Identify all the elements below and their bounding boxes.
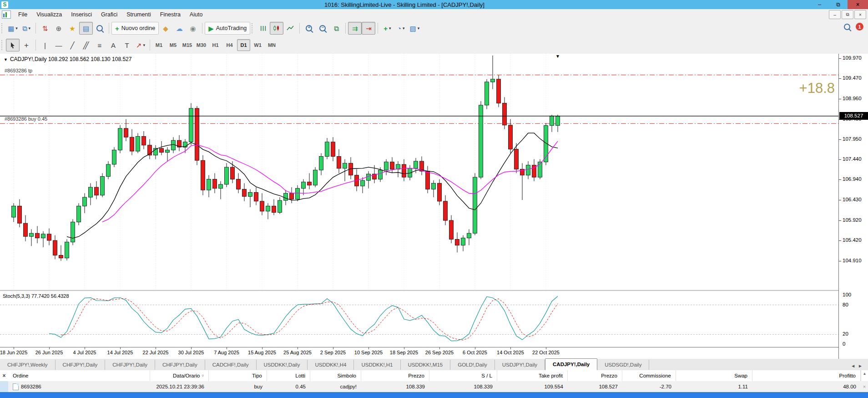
chart-tab[interactable]: USDDKK!,M15 xyxy=(401,360,451,370)
chart-tab[interactable]: USDDKK!,H4 xyxy=(308,360,354,370)
tab-prev-icon[interactable]: ◄ xyxy=(851,363,858,368)
metaeditor-button[interactable]: ◆ xyxy=(159,22,172,35)
chart-shift-marker-icon[interactable]: ▼ xyxy=(555,54,560,59)
menu-item-aiuto[interactable]: Aiuto xyxy=(185,10,207,19)
column-header-lotti[interactable]: Lotti xyxy=(267,370,310,381)
chart-tab[interactable]: USDJPY!,Daily xyxy=(495,360,545,370)
arrows-tool-button[interactable]: ↗▾ xyxy=(134,39,147,51)
tab-next-icon[interactable]: ► xyxy=(858,363,865,368)
signals-button[interactable]: ◉ xyxy=(186,22,200,35)
cursor-tool-button[interactable] xyxy=(6,39,20,51)
channel-tool-button[interactable]: ╱╱ xyxy=(79,39,93,51)
column-header-tipo[interactable]: Tipo xyxy=(209,370,267,381)
menu-item-strumenti[interactable]: Strumenti xyxy=(122,10,156,19)
templates-button[interactable]: ▧▾ xyxy=(408,22,421,35)
column-header-s-l[interactable]: S / L xyxy=(429,370,497,381)
timeframe-button-m15[interactable]: M15 xyxy=(181,39,194,51)
child-close-button[interactable]: × xyxy=(854,10,866,19)
profiles-button[interactable]: ⧉▾ xyxy=(20,22,33,35)
bottom-scroll-strip[interactable] xyxy=(0,392,868,398)
column-header-simbolo[interactable]: Simbolo xyxy=(310,370,361,381)
terminal-button[interactable]: ▤ xyxy=(79,22,93,35)
chart-tab[interactable]: USDDKK!,Daily xyxy=(257,360,308,370)
symbol-collapse-icon[interactable]: ▼ xyxy=(4,57,8,62)
chart-tab[interactable]: CADJPY!,Daily xyxy=(545,358,597,370)
price-axis[interactable]: 109.970109.470108.960108.450107.950107.4… xyxy=(838,54,868,359)
zoom-out-button[interactable]: − xyxy=(316,22,329,35)
tp-order-line-label[interactable]: #8693286 tp xyxy=(5,68,32,73)
timeframe-button-w1[interactable]: W1 xyxy=(251,39,264,51)
chart-tab[interactable]: GOLD!,Daily xyxy=(450,360,495,370)
column-header-commissione[interactable]: Commissione xyxy=(622,370,676,381)
text-label-tool-button[interactable]: T xyxy=(120,39,134,51)
bar-chart-mode-button[interactable]: ☰ xyxy=(256,22,270,35)
chart-tab[interactable]: USDDKK!,H1 xyxy=(354,360,400,370)
child-minimize-button[interactable]: – xyxy=(829,10,841,19)
column-header-data-orario[interactable]: Data/Orario▿ xyxy=(150,370,209,381)
chart-tab[interactable]: CHFJPY!,Daily xyxy=(155,360,205,370)
strategy-tester-button[interactable] xyxy=(93,22,106,35)
time-axis[interactable]: 18 Jun 202526 Jun 20254 Jul 202514 Jul 2… xyxy=(0,347,838,360)
auto-scroll-button[interactable]: ⇉ xyxy=(348,22,362,35)
timeframe-button-h4[interactable]: H4 xyxy=(223,39,236,51)
menu-item-inserisci[interactable]: Inserisci xyxy=(66,10,96,19)
restore-button[interactable]: ⧉ xyxy=(829,0,848,9)
minimize-button[interactable]: – xyxy=(810,0,829,9)
child-restore-button[interactable]: ⧉ xyxy=(842,10,853,19)
menu-item-visualizza[interactable]: Visualizza xyxy=(32,10,66,19)
notification-badge[interactable]: 1 xyxy=(856,23,863,31)
horizontal-line-tool-button[interactable]: — xyxy=(52,39,66,51)
new-chart-button[interactable]: ▦▾ xyxy=(6,22,20,35)
indicators-button[interactable]: +▾ xyxy=(380,22,394,35)
data-window-button[interactable]: ⊕ xyxy=(52,22,66,35)
chart-tab[interactable]: CHFJPY!,Daily xyxy=(105,360,155,370)
chart-tab[interactable]: CHFJPY!,Daily xyxy=(56,360,106,370)
periods-button[interactable]: ◔▾ xyxy=(394,22,408,35)
column-header-profitto[interactable]: Profitto xyxy=(752,370,861,381)
menu-item-file[interactable]: File xyxy=(14,10,32,19)
chart-shift-button[interactable]: ⇥ xyxy=(362,22,375,35)
close-button[interactable]: × xyxy=(848,0,868,9)
main-chart-pane[interactable]: ▼CADJPY!,Daily 108.292 108.562 108.130 1… xyxy=(0,54,838,290)
cloud-icon: ☁ xyxy=(176,25,183,32)
trendline-tool-button[interactable]: ╱ xyxy=(66,39,79,51)
chart-tab[interactable]: CADCHF!,Daily xyxy=(205,360,257,370)
fibonacci-tool-button[interactable]: ≡ xyxy=(93,39,106,51)
publish-button[interactable]: ☁ xyxy=(172,22,186,35)
time-axis-label: 22 Jul 2025 xyxy=(136,350,175,355)
close-order-icon[interactable]: × xyxy=(861,381,868,392)
line-chart-mode-button[interactable] xyxy=(283,22,297,35)
new-order-button[interactable]: +Nuovo ordine xyxy=(111,22,159,35)
toolbox-close-button[interactable]: × xyxy=(0,370,8,381)
column-header-ordine[interactable]: Ordine xyxy=(8,370,150,381)
zoom-in-button[interactable]: + xyxy=(302,22,316,35)
candlestick-mode-button[interactable] xyxy=(270,22,283,35)
crosshair-tool-button[interactable]: + xyxy=(20,39,33,51)
timeframe-button-h1[interactable]: H1 xyxy=(209,39,222,51)
market-watch-button[interactable]: ⇅ xyxy=(38,22,52,35)
chart-tab[interactable]: USDSGD!,Daily xyxy=(597,360,649,370)
column-header-swap[interactable]: Swap xyxy=(676,370,752,381)
menu-item-grafici[interactable]: Grafici xyxy=(96,10,122,19)
vertical-line-tool-button[interactable]: | xyxy=(38,39,52,51)
chart-tab[interactable]: CHFJPY!,Weekly xyxy=(0,360,56,370)
order-row[interactable]: 86932862025.10.21 23:39:36buy0.45cadjpy!… xyxy=(0,381,868,392)
column-header-prezzo[interactable]: Prezzo xyxy=(361,370,429,381)
column-header-prezzo[interactable]: Prezzo xyxy=(568,370,622,381)
timeframe-button-m30[interactable]: M30 xyxy=(195,39,208,51)
tab-scroll-buttons[interactable]: ◄► xyxy=(851,363,865,368)
search-icon[interactable] xyxy=(844,24,850,30)
column-header-take-profit[interactable]: Take profit xyxy=(497,370,568,381)
buy-order-line-label[interactable]: #8693286 buy 0.45 xyxy=(5,116,47,122)
timeframe-button-m1[interactable]: M1 xyxy=(152,39,166,51)
navigator-button[interactable]: ★ xyxy=(66,22,79,35)
text-tool-button[interactable]: A xyxy=(106,39,120,51)
stochastic-pane[interactable]: Stoch(5,3,3) 77.7420 56.4328 xyxy=(0,291,838,347)
tile-windows-button[interactable]: ⧉ xyxy=(329,22,343,35)
timeframe-button-mn[interactable]: MN xyxy=(265,39,278,51)
autotrading-button[interactable]: ▶AutoTrading xyxy=(205,22,250,35)
timeframe-button-m5[interactable]: M5 xyxy=(167,39,180,51)
timeframe-button-d1[interactable]: D1 xyxy=(237,39,250,51)
table-scroll-up[interactable]: ▲ xyxy=(861,370,868,381)
menu-item-finestra[interactable]: Finestra xyxy=(156,10,185,19)
